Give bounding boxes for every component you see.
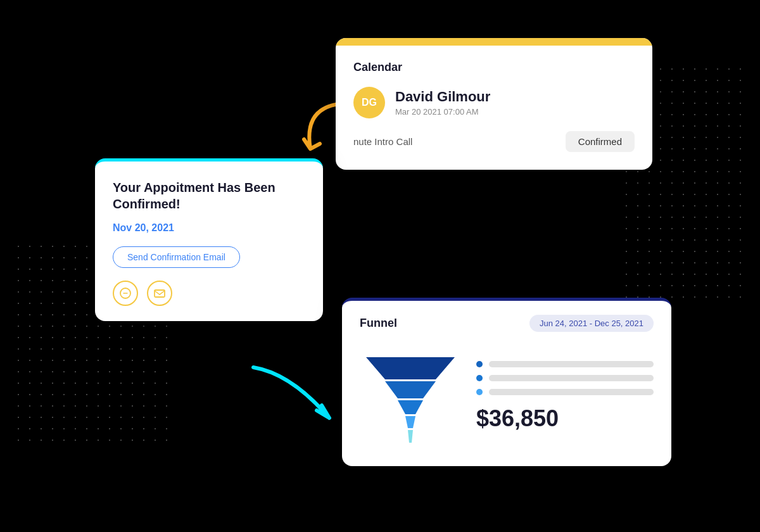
legend-item-2: [476, 375, 654, 381]
legend-item-3: [476, 389, 654, 395]
funnel-visual: [360, 345, 461, 448]
legend-dot-1: [476, 361, 483, 367]
svg-marker-5: [398, 400, 423, 414]
avatar: DG: [353, 87, 385, 118]
calendar-user-row: DG David Gilmour Mar 20 2021 07:00 AM: [353, 87, 635, 118]
calendar-card-header: [336, 38, 652, 46]
calendar-meeting-row: nute Intro Call Confirmed: [353, 131, 635, 152]
funnel-date-range: Jun 24, 2021 - Dec 25, 2021: [529, 315, 654, 332]
calendar-user-date: Mar 20 2021 07:00 AM: [395, 107, 490, 117]
appointment-card: Your Appoitment Has Been Confirmed! Nov …: [95, 158, 323, 321]
appointment-date: Nov 20, 2021: [113, 222, 305, 234]
svg-marker-4: [385, 381, 436, 398]
calendar-card: Calendar DG David Gilmour Mar 20 2021 07…: [336, 38, 652, 170]
svg-rect-2: [155, 290, 165, 297]
confirmed-badge: Confirmed: [566, 131, 635, 152]
calendar-title: Calendar: [353, 61, 635, 74]
svg-marker-3: [366, 357, 455, 379]
chat-icon[interactable]: [113, 281, 138, 306]
legend-bar-1: [489, 361, 654, 367]
send-confirmation-email-button[interactable]: Send Confirmation Email: [113, 246, 240, 268]
legend-dot-3: [476, 389, 483, 395]
legend-item-1: [476, 361, 654, 367]
funnel-legend: [476, 361, 654, 395]
cyan-arrow-icon: [241, 355, 355, 431]
funnel-title: Funnel: [360, 317, 397, 330]
legend-bar-3: [489, 389, 654, 395]
appointment-title: Your Appoitment Has Been Confirmed!: [113, 179, 305, 212]
appointment-icons: [113, 281, 305, 306]
svg-marker-6: [405, 416, 415, 428]
email-icon[interactable]: [147, 281, 172, 306]
svg-marker-7: [408, 430, 413, 443]
legend-bar-2: [489, 375, 654, 381]
funnel-content: $36,850: [360, 345, 654, 448]
calendar-user-name: David Gilmour: [395, 89, 490, 105]
funnel-header: Funnel Jun 24, 2021 - Dec 25, 2021: [360, 315, 654, 332]
funnel-right: $36,850: [476, 361, 654, 432]
funnel-card: Funnel Jun 24, 2021 - Dec 25, 2021: [342, 298, 671, 466]
funnel-amount: $36,850: [476, 405, 654, 432]
legend-dot-2: [476, 375, 483, 381]
calendar-meeting-text: nute Intro Call: [353, 136, 412, 147]
